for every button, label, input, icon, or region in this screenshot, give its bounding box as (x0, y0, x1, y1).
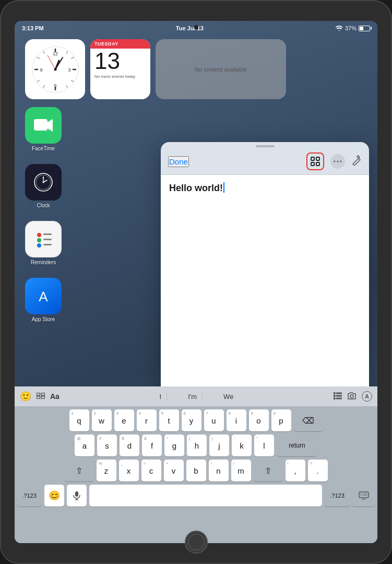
suggestion-1[interactable]: I (155, 393, 168, 401)
wifi-icon (336, 26, 343, 31)
app-icon-clock[interactable]: Clock (25, 164, 62, 208)
calendar-widget[interactable]: TUESDAY 13 No more events today (90, 39, 150, 99)
a-circle-btn[interactable]: A (362, 391, 372, 402)
app-icon-appstore[interactable]: A App Store (25, 278, 62, 322)
grid-icon (311, 157, 320, 166)
notes-more-button[interactable] (330, 154, 345, 169)
clock-icon-bg (25, 164, 62, 201)
key-numbers-left[interactable]: .?123 (17, 485, 42, 507)
svg-rect-52 (37, 396, 40, 398)
camera-btn[interactable] (347, 392, 357, 401)
key-x[interactable]: _x (119, 460, 139, 481)
svg-point-20 (54, 68, 56, 70)
notes-grid-button[interactable] (306, 152, 324, 170)
status-time: 3:13 PM (22, 25, 44, 31)
key-y[interactable]: 6y (182, 409, 201, 431)
key-u[interactable]: 7u (204, 409, 224, 431)
key-numbers-right[interactable]: .?123 (325, 485, 350, 507)
svg-point-47 (337, 161, 339, 162)
suggestion-2[interactable]: I'm (183, 393, 203, 401)
key-q[interactable]: 1q (69, 409, 89, 431)
key-shift-right[interactable]: ⇧ (254, 460, 283, 481)
key-j[interactable]: )j (209, 434, 229, 456)
svg-rect-59 (336, 398, 342, 399)
key-emoji[interactable]: 😊 (44, 485, 64, 507)
svg-text:6: 6 (54, 83, 56, 88)
kb-toolbar-right: A (334, 391, 372, 402)
key-f[interactable]: &f (142, 434, 162, 456)
reminders-icon (32, 228, 55, 251)
calendar-event: No more events today (94, 74, 146, 79)
status-date: Tue Jul 13 (176, 25, 204, 31)
key-o[interactable]: 9o (249, 409, 269, 431)
svg-rect-57 (336, 395, 342, 396)
app-icon-reminders[interactable]: Reminders (25, 221, 62, 265)
placeholder-widget: No content available (156, 39, 286, 99)
key-keyboard-hide[interactable] (352, 485, 375, 507)
key-h[interactable]: (h (187, 434, 207, 456)
key-i[interactable]: 8i (227, 409, 246, 431)
svg-point-28 (43, 182, 44, 183)
appstore-label: App Store (32, 316, 55, 322)
svg-text:A: A (39, 289, 48, 304)
key-s[interactable]: #s (97, 434, 117, 456)
keyboard-toolbar: 🙂 Aa I I'm We (15, 386, 377, 406)
svg-text:12: 12 (52, 51, 57, 56)
key-e[interactable]: 3e (114, 409, 134, 431)
svg-rect-51 (42, 393, 45, 395)
key-w[interactable]: 2w (92, 409, 112, 431)
app-icon-facetime[interactable]: FaceTime (25, 107, 62, 151)
key-a[interactable]: @a (75, 434, 94, 456)
key-t[interactable]: 5t (159, 409, 179, 431)
key-return[interactable]: return (277, 434, 317, 456)
suggestion-3[interactable]: We (218, 393, 239, 401)
svg-rect-33 (43, 239, 52, 240)
key-d[interactable]: $d (120, 434, 139, 456)
notes-edit-button[interactable] (351, 155, 362, 168)
keyboard: 🙂 Aa I I'm We (15, 386, 377, 543)
kb-suggestions: I I'm We (66, 393, 327, 401)
key-k[interactable]: 'k (232, 434, 252, 456)
svg-point-30 (37, 238, 41, 242)
font-btn[interactable]: Aa (50, 392, 60, 401)
key-l[interactable]: "l (254, 434, 274, 456)
key-g[interactable]: *g (164, 434, 184, 456)
key-n[interactable]: !n (209, 460, 229, 481)
key-c[interactable]: =c (141, 460, 161, 481)
notes-done-button[interactable]: Done (168, 156, 189, 167)
calendar-day: TUESDAY (90, 39, 150, 49)
key-shift-left[interactable]: ⇧ (65, 460, 94, 481)
svg-point-60 (350, 395, 353, 398)
list-btn[interactable] (334, 392, 342, 401)
emoji-keyboard-btn[interactable]: 🙂 (20, 391, 31, 402)
more-dots-icon (334, 160, 342, 162)
key-v[interactable]: +v (164, 460, 184, 481)
key-b[interactable]: -b (186, 460, 206, 481)
svg-point-54 (334, 392, 335, 394)
kb-grid-btn[interactable] (37, 393, 45, 401)
svg-rect-55 (336, 393, 342, 394)
home-button[interactable] (185, 531, 208, 554)
battery-icon (359, 26, 370, 31)
keyboard-hide-icon (359, 491, 369, 500)
key-m[interactable]: /m (231, 460, 251, 481)
svg-marker-22 (47, 119, 53, 132)
clock-widget[interactable]: 12 3 6 9 (25, 39, 85, 99)
svg-rect-34 (43, 244, 52, 245)
key-backspace[interactable]: ⌫ (294, 409, 323, 431)
key-r[interactable]: 4r (137, 409, 157, 431)
notes-text: Hello world! (169, 183, 223, 193)
key-row-2: @a #s $d &f *g (h )j 'k "l return (17, 434, 375, 456)
key-period[interactable]: ?. (308, 460, 328, 481)
svg-rect-21 (34, 119, 47, 131)
key-z[interactable]: %z (97, 460, 116, 481)
facetime-icon-bg (25, 107, 62, 144)
battery-percent: 37% (345, 25, 357, 31)
kb-grid-icon (37, 393, 45, 399)
key-microphone[interactable] (67, 485, 87, 507)
calendar-date: 13 (94, 50, 146, 73)
key-comma[interactable]: !, (286, 460, 305, 481)
key-space[interactable] (89, 485, 322, 507)
clock-icon (32, 171, 55, 194)
key-p[interactable]: 0p (271, 409, 291, 431)
